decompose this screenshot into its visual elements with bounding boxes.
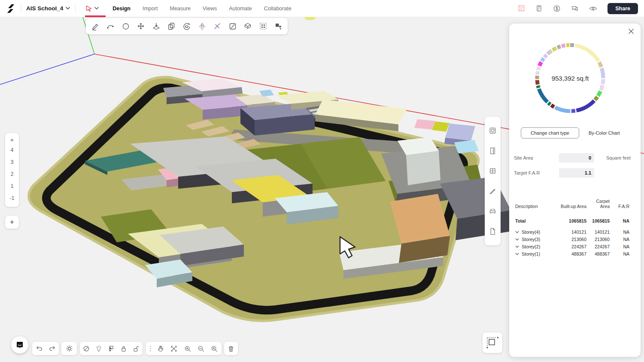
draw-toolbar — [86, 18, 288, 34]
site-area-input[interactable]: 0 — [559, 153, 594, 163]
push-pull-icon[interactable] — [150, 20, 162, 32]
draw-icon[interactable] — [89, 20, 101, 32]
table-row[interactable]: Storey(3) 213060 213060 NA — [515, 237, 634, 242]
close-icon[interactable] — [629, 28, 634, 36]
comments-icon[interactable] — [571, 5, 579, 12]
target-far-row: Target F.A.R 1.1 — [514, 168, 594, 178]
snap-icon[interactable] — [272, 20, 284, 32]
zoom-out-icon[interactable] — [195, 343, 207, 355]
main-menu: Design Import Measure Views Automate Col… — [112, 6, 291, 12]
flip-vertical-icon[interactable] — [196, 20, 208, 32]
area-statistics-panel: 953,392 sq.ft Change chart type By-Color… — [509, 24, 641, 357]
storey-level-4[interactable]: 4 — [10, 144, 15, 156]
slice-icon[interactable] — [227, 20, 239, 32]
target-far-input[interactable]: 1.1 — [559, 168, 594, 178]
light-icon[interactable] — [93, 343, 105, 355]
extrude-icon[interactable] — [242, 20, 254, 32]
add-storey-above-button[interactable]: + — [10, 136, 14, 144]
storey-rows: Storey(4) 140121 140121 NA Storey(3) 213… — [515, 229, 634, 256]
object-library-toolbar — [485, 117, 501, 245]
area-donut-chart[interactable]: 953,392 sq.ft — [534, 42, 607, 115]
change-chart-type-button[interactable]: Change chart type — [521, 127, 579, 139]
window-icon[interactable] — [487, 165, 499, 177]
layers-icon[interactable] — [105, 343, 117, 355]
chevron-down-icon — [94, 7, 99, 10]
active-menu-underline — [85, 15, 106, 17]
chevron-down-icon[interactable] — [515, 238, 519, 241]
storey-level-1[interactable]: 1 — [10, 180, 15, 192]
support-chat-button[interactable] — [11, 336, 28, 353]
settings-group — [61, 342, 77, 355]
delete-icon[interactable] — [225, 343, 237, 355]
staircase-icon[interactable] — [487, 185, 499, 197]
copy-icon[interactable] — [165, 20, 177, 32]
site-area-label: Site Area — [514, 155, 559, 160]
total-row: Total 1065815 1065815 NA — [515, 218, 634, 223]
target-far-label: Target F.A.R — [514, 170, 559, 175]
select-tool-dropdown[interactable] — [85, 5, 99, 12]
menu-item-import[interactable]: Import — [143, 6, 158, 12]
chat-bubble-icon — [15, 341, 24, 349]
by-color-chart-button[interactable]: By-Color Chart — [589, 130, 620, 136]
storey-level--1[interactable]: -1 — [10, 192, 15, 204]
objects-icon[interactable] — [487, 225, 499, 237]
add-storey-below-button[interactable]: + — [5, 216, 19, 229]
more-handle-icon[interactable] — [147, 343, 153, 355]
door-icon[interactable] — [487, 145, 499, 157]
menu-item-views[interactable]: Views — [203, 6, 217, 12]
total-area-label: 953,392 sq.ft — [534, 42, 607, 115]
project-title: AIS School_4 — [26, 5, 63, 12]
views-eye-icon[interactable] — [589, 6, 597, 12]
site-area-row: Site Area 0 Square feet — [514, 153, 631, 163]
chevron-down-icon[interactable] — [515, 253, 519, 255]
share-button[interactable]: Share — [608, 3, 638, 14]
table-row[interactable]: Storey(4) 140121 140121 NA — [515, 229, 634, 235]
menu-item-collaborate[interactable]: Collaborate — [264, 6, 292, 12]
menu-item-automate[interactable]: Automate — [229, 6, 252, 12]
site-area-unit: Square feet — [606, 155, 631, 160]
furniture-icon[interactable] — [487, 205, 499, 217]
scale-frame-icon — [485, 335, 500, 350]
select-cursor-icon — [85, 5, 93, 12]
scale-widget[interactable] — [483, 332, 502, 353]
table-row[interactable]: Storey(1) 488367 488367 NA — [515, 251, 634, 256]
top-bar: AIS School_4 Design Import Measure Views… — [0, 0, 644, 17]
materials-icon[interactable] — [487, 125, 499, 137]
storey-level-3[interactable]: 3 — [10, 156, 15, 168]
project-title-dropdown[interactable]: AIS School_4 — [26, 5, 70, 12]
arc-icon[interactable] — [104, 20, 116, 32]
zoom-extents-icon[interactable] — [208, 343, 220, 355]
chevron-down-icon[interactable] — [515, 245, 519, 248]
storey-level-list: 4321-1 — [10, 144, 15, 204]
circle-icon[interactable] — [120, 20, 132, 32]
settings-gear-icon[interactable] — [63, 343, 75, 355]
array-icon[interactable] — [257, 20, 269, 32]
boq-icon[interactable] — [535, 5, 543, 12]
chevron-down-icon[interactable] — [515, 231, 519, 233]
pan-icon[interactable] — [155, 343, 167, 355]
navigation-group — [146, 342, 222, 355]
mirror-icon[interactable] — [211, 20, 223, 32]
move-icon[interactable] — [135, 20, 147, 32]
redo-icon[interactable] — [46, 343, 58, 355]
storey-selector: + 4321-1 — [5, 133, 19, 207]
delete-group — [224, 342, 238, 355]
undo-icon[interactable] — [33, 343, 45, 355]
unlock-icon[interactable] — [130, 343, 142, 355]
app-logo-icon[interactable] — [6, 4, 15, 13]
table-row[interactable]: Storey(2) 224267 224267 NA — [515, 244, 634, 249]
history-group — [32, 342, 59, 355]
rotate-icon[interactable] — [181, 20, 193, 32]
orbit-icon[interactable] — [168, 343, 180, 355]
hide-objects-icon[interactable] — [80, 343, 92, 355]
menu-item-measure[interactable]: Measure — [170, 6, 191, 12]
lock-icon[interactable] — [118, 343, 130, 355]
chevron-down-icon — [66, 7, 70, 10]
visibility-group — [80, 342, 143, 355]
area-takeoff-icon[interactable] — [518, 5, 525, 12]
cost-icon[interactable] — [553, 5, 561, 12]
divider — [75, 4, 76, 13]
storey-level-2[interactable]: 2 — [10, 168, 15, 180]
menu-item-design[interactable]: Design — [112, 6, 131, 12]
zoom-in-icon[interactable] — [182, 343, 194, 355]
